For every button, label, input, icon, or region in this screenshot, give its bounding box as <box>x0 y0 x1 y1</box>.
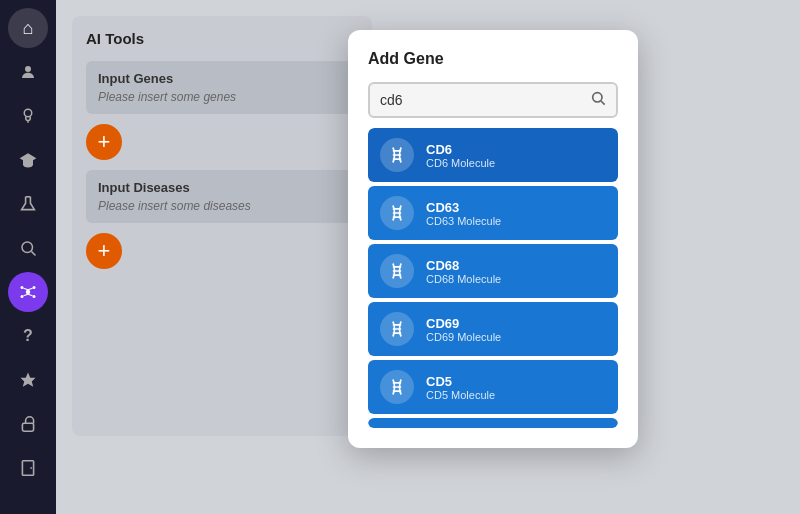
cd5-name: CD5 <box>426 374 606 389</box>
result-item-cd68[interactable]: CD68 CD68 Molecule <box>368 244 618 298</box>
ai-tools-panel: AI Tools Input Genes Please insert some … <box>72 16 372 436</box>
bulb-icon[interactable] <box>8 96 48 136</box>
input-genes-title: Input Genes <box>98 71 346 86</box>
svg-point-20 <box>593 93 602 102</box>
cd6-text: CD6 CD6 Molecule <box>426 142 606 169</box>
cd5-text: CD5 CD5 Molecule <box>426 374 606 401</box>
ai-tools-title: AI Tools <box>86 30 358 47</box>
result-item-cd69[interactable]: CD69 CD69 Molecule <box>368 302 618 356</box>
add-diseases-button[interactable]: + <box>86 233 122 269</box>
dna-icon-cd68 <box>380 254 414 288</box>
cd63-name: CD63 <box>426 200 606 215</box>
result-item-cd63[interactable]: CD63 CD63 Molecule <box>368 186 618 240</box>
search-submit-icon[interactable] <box>590 90 606 110</box>
svg-line-6 <box>31 251 35 255</box>
svg-point-11 <box>33 295 36 298</box>
svg-line-12 <box>24 288 29 290</box>
home-icon[interactable]: ⌂ <box>8 8 48 48</box>
gene-results-list: CD6 CD6 Molecule CD63 CD63 Molecule <box>368 128 618 428</box>
add-genes-button[interactable]: + <box>86 124 122 160</box>
cd69-text: CD69 CD69 Molecule <box>426 316 606 343</box>
svg-point-8 <box>21 286 24 289</box>
sidebar: ⌂ ? <box>0 0 56 514</box>
lock-icon[interactable] <box>8 404 48 444</box>
svg-point-0 <box>25 66 31 72</box>
dna-icon-cd5 <box>380 370 414 404</box>
svg-line-15 <box>28 294 33 296</box>
add-gene-modal: Add Gene <box>348 30 638 448</box>
cd68-name: CD68 <box>426 258 606 273</box>
result-item-cd9[interactable]: CD9 CD9 Molecule <box>368 418 618 428</box>
dna-icon-cd69 <box>380 312 414 346</box>
result-item-cd6[interactable]: CD6 CD6 Molecule <box>368 128 618 182</box>
modal-title: Add Gene <box>368 50 618 68</box>
cd69-subtitle: CD69 Molecule <box>426 331 606 343</box>
dna-icon-cd63 <box>380 196 414 230</box>
door-icon[interactable] <box>8 448 48 488</box>
svg-line-13 <box>28 288 33 290</box>
graduation-icon[interactable] <box>8 140 48 180</box>
input-genes-section: Input Genes Please insert some genes <box>86 61 358 114</box>
cd68-text: CD68 CD68 Molecule <box>426 258 606 285</box>
cd69-name: CD69 <box>426 316 606 331</box>
cd63-text: CD63 CD63 Molecule <box>426 200 606 227</box>
input-diseases-section: Input Diseases Please insert some diseas… <box>86 170 358 223</box>
cd63-subtitle: CD63 Molecule <box>426 215 606 227</box>
gene-search-input[interactable] <box>380 92 590 108</box>
input-diseases-placeholder: Please insert some diseases <box>98 199 346 213</box>
main-content: AI Tools Input Genes Please insert some … <box>56 0 800 514</box>
svg-rect-17 <box>22 423 33 431</box>
flask-icon[interactable] <box>8 184 48 224</box>
svg-line-14 <box>24 294 29 296</box>
result-item-cd5[interactable]: CD5 CD5 Molecule <box>368 360 618 414</box>
star-icon[interactable] <box>8 360 48 400</box>
svg-point-9 <box>33 286 36 289</box>
question-icon[interactable]: ? <box>8 316 48 356</box>
input-genes-placeholder: Please insert some genes <box>98 90 346 104</box>
cd68-subtitle: CD68 Molecule <box>426 273 606 285</box>
svg-point-10 <box>21 295 24 298</box>
search-icon[interactable] <box>8 228 48 268</box>
input-diseases-title: Input Diseases <box>98 180 346 195</box>
svg-point-5 <box>22 242 33 253</box>
cd6-name: CD6 <box>426 142 606 157</box>
cd5-subtitle: CD5 Molecule <box>426 389 606 401</box>
network-icon[interactable] <box>8 272 48 312</box>
gene-search-bar <box>368 82 618 118</box>
svg-line-21 <box>601 101 605 105</box>
svg-point-1 <box>24 109 32 117</box>
svg-marker-16 <box>21 373 36 387</box>
user-icon[interactable] <box>8 52 48 92</box>
dna-icon-cd6 <box>380 138 414 172</box>
cd6-subtitle: CD6 Molecule <box>426 157 606 169</box>
svg-point-7 <box>26 290 31 295</box>
